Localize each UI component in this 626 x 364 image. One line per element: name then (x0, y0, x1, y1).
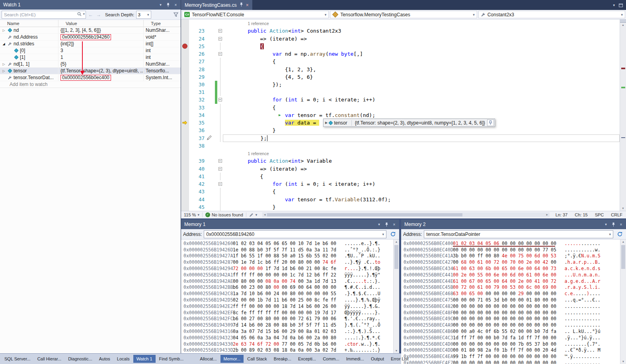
memory2-titlebar[interactable]: Memory 2 ▾ × (401, 220, 626, 229)
fold-toggle-icon[interactable]: − (218, 29, 222, 33)
column-header-value[interactable]: Value (59, 20, 144, 27)
code-line[interactable]: 30}); (181, 81, 620, 88)
close-icon[interactable]: × (391, 221, 398, 228)
outline-margin[interactable] (217, 188, 223, 195)
outline-margin[interactable] (217, 203, 223, 211)
breakpoint-margin[interactable] (181, 142, 189, 150)
expander-icon[interactable]: ▷ (2, 29, 6, 32)
code-text[interactable]: for (int i = 0; i < iterate; i++) (223, 96, 620, 103)
bottom-tab[interactable]: Autos (96, 355, 113, 363)
code-line[interactable]: 40−=> (iterate) => (181, 165, 620, 172)
scroll-down-icon[interactable]: ▼ (620, 359, 626, 364)
memory-row[interactable]: 0x000002556B0EC4DD000180982af01bff7f0000… (401, 347, 620, 354)
editor-vertical-scrollbar[interactable]: ▲ ▼ (620, 19, 626, 211)
watch-titlebar[interactable]: Watch 1 ▾ × (0, 0, 181, 10)
watch-value-cell[interactable]: {tf.Tensor: shape=(2, 3), dtype=uint8, .… (59, 68, 144, 74)
scroll-right-icon[interactable]: ► (545, 213, 550, 216)
breakpoint-margin[interactable] (181, 50, 189, 58)
memory-row[interactable]: 0x000002556B0EC40D0000000000000000000000… (401, 247, 620, 253)
scroll-up-icon[interactable]: ▲ (620, 23, 626, 27)
member-dropdown[interactable]: Constant2x3 ▾ (478, 11, 625, 18)
outline-margin[interactable] (217, 43, 223, 50)
memory-row[interactable]: 0x000002556B0EC434610063006b0065006e0064… (401, 265, 620, 272)
memory-row[interactable]: 0x000002556B1943302e63746f72007700057d0b… (181, 341, 393, 347)
health-indicator[interactable]: ✓ No issues found (203, 212, 246, 217)
line-ending-indicator[interactable]: CRLF (607, 212, 626, 217)
outline-margin[interactable]: − (217, 180, 223, 188)
scroll-down-icon[interactable]: ▼ (394, 348, 399, 353)
code-editor[interactable]: 1 reference23−public Action<int> Constan… (181, 19, 620, 211)
zoom-select[interactable]: 115 % ▾ (181, 212, 202, 217)
code-text[interactable]: }); (223, 81, 620, 88)
outline-margin[interactable] (217, 19, 223, 27)
breakpoint-margin[interactable] (181, 195, 189, 203)
code-text[interactable]: } (223, 127, 620, 134)
bottom-tab[interactable]: Call Stack (244, 355, 270, 363)
bottom-tab[interactable]: Comm... (320, 355, 343, 363)
code-line[interactable]: 36} (181, 127, 620, 134)
memory-row[interactable]: 0x000002556B0EC441002e0055006e006d006100… (401, 272, 620, 278)
code-line[interactable]: 37}; (181, 134, 620, 142)
fold-toggle-icon[interactable]: − (218, 182, 222, 186)
code-text[interactable]: { (223, 188, 620, 195)
breakpoint-margin[interactable] (181, 203, 189, 211)
watch-row[interactable]: [0]3int (0, 47, 181, 54)
outline-margin[interactable] (217, 81, 223, 88)
code-line[interactable]: 31 (181, 88, 620, 96)
watch-value-cell[interactable]: {[[1, 2, 3], [4, 5, 6]]} (59, 27, 144, 33)
memory1-scrollbar[interactable]: ▲ ▼ (393, 239, 399, 353)
code-line[interactable]: 25{ (181, 43, 620, 50)
scrollbar-thumb[interactable] (267, 213, 462, 216)
code-line[interactable]: 44var tensor = tf.Variable(3112.0f); (181, 195, 620, 203)
watch-value-cell[interactable]: 0x000002556b194260 (59, 34, 144, 40)
close-icon[interactable]: × (172, 2, 179, 8)
column-header-type[interactable]: Type (144, 20, 181, 27)
code-text[interactable]: public Action<int> Variable (223, 157, 620, 165)
fold-toggle-icon[interactable]: − (218, 37, 222, 41)
memory-row[interactable]: 0x000002556B0EC48F0000000000000000000000… (401, 309, 620, 316)
memory1-titlebar[interactable]: Memory 1 ▾ × (181, 220, 399, 229)
memory-row[interactable]: 0x000002556B1942C81a7d10b600240080000000… (181, 290, 393, 297)
line-indicator[interactable]: Ln: 37 (552, 212, 571, 217)
outline-margin[interactable]: − (217, 165, 223, 172)
code-cleanup-button[interactable]: ▾ (246, 212, 260, 217)
breakpoint-margin[interactable] (181, 65, 189, 73)
code-line[interactable]: 34▶var tensor = tf.constant(nd); (181, 111, 620, 119)
code-text[interactable]: {4, 5, 6} (223, 73, 620, 81)
bottom-tab[interactable]: Allocat... (197, 355, 220, 363)
outline-margin[interactable] (217, 150, 223, 157)
type-dropdown[interactable]: Tensorflow.MemoryTestingCases ▾ (330, 11, 477, 18)
breakpoint-margin[interactable] (181, 104, 189, 111)
memory-row[interactable]: 0x000002556B1943160a3a077d15b60029008a01… (181, 328, 393, 335)
pin-icon[interactable] (487, 119, 494, 126)
memory-row[interactable]: 0x000002556B194294720000001f7d1db6002100… (181, 265, 393, 272)
code-line[interactable]: 29{4, 5, 6} (181, 73, 620, 81)
editor-horizontal-scrollbar[interactable]: ◄ ► (262, 212, 549, 217)
breakpoint-margin[interactable] (181, 173, 189, 180)
breakpoint-margin[interactable] (181, 119, 189, 127)
code-line[interactable]: 33{ (181, 104, 620, 111)
code-line[interactable]: 42−for (int i = 0; i < iterate; i++) (181, 180, 620, 188)
bottom-tab[interactable]: Output (368, 355, 387, 363)
memory-row[interactable]: 0x000002556B1943097d14b600280088b03f5f7f… (181, 322, 393, 328)
code-text[interactable]: { (223, 173, 620, 180)
outline-margin[interactable]: − (217, 96, 223, 103)
breakpoint-margin[interactable] (181, 127, 189, 134)
code-text[interactable]: { (223, 58, 620, 65)
memory-row[interactable]: 0x000002556B1943230405060a3a047d0ab6002a… (181, 335, 393, 341)
bottom-tab[interactable]: Immedi... (343, 355, 367, 363)
breakpoint-margin[interactable] (181, 73, 189, 81)
outline-margin[interactable]: − (217, 27, 223, 35)
watch-row[interactable]: [1]1int (0, 54, 181, 61)
search-options-icon[interactable]: ▾ (83, 12, 85, 16)
outline-margin[interactable]: − (217, 35, 223, 42)
bottom-tab[interactable]: Memor... (220, 355, 244, 363)
breakpoint-margin[interactable] (181, 19, 189, 27)
outline-margin[interactable]: − (217, 50, 223, 58)
code-line[interactable]: 1 reference (181, 19, 620, 27)
memory-row[interactable]: 0x000002556B19427A1fb6551f008850a0156b55… (181, 253, 393, 259)
search-prev-icon[interactable]: ← (88, 12, 94, 18)
document-tab[interactable]: MemoryTestingCases.cs × (181, 0, 252, 10)
memory-row[interactable]: 0x000002556B1942D50200001b7d11b60025008c… (181, 297, 393, 303)
code-text[interactable]: => (iterate) => (223, 165, 620, 172)
